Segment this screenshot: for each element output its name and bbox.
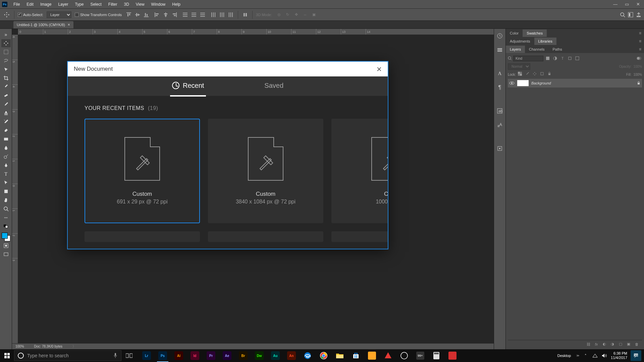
menu-edit[interactable]: Edit (23, 1, 37, 8)
taskbar-app-indesign[interactable]: Id (187, 349, 203, 362)
align-hcenter-icon[interactable] (162, 11, 169, 18)
distribute-right-icon[interactable] (227, 11, 234, 18)
color-swatches[interactable] (2, 233, 10, 241)
stamp-tool[interactable] (1, 109, 11, 117)
auto-select-checkbox[interactable]: Auto-Select: (18, 13, 43, 17)
menu-layer[interactable]: Layer (55, 1, 71, 8)
tab-swatches[interactable]: Swatches (523, 29, 547, 37)
hand-tool[interactable] (1, 196, 11, 204)
ruler-horizontal[interactable]: 01234567891011121314 (18, 29, 494, 35)
zoom-level[interactable]: 100% (15, 345, 24, 348)
distribute-left-icon[interactable] (210, 11, 217, 18)
preset-card[interactable]: Custom 3840 x 1084 px @ 72 ppi (208, 119, 323, 223)
edit-toolbar-icon[interactable]: ••• (1, 214, 11, 222)
layer-group-icon[interactable]: ▢ (618, 342, 623, 347)
filter-adjustment-icon[interactable] (552, 55, 558, 61)
taskbar-app-edge[interactable] (300, 349, 315, 362)
preset-card[interactable] (208, 231, 323, 242)
tray-notifications-icon[interactable]: 20 (631, 350, 641, 361)
tab-adjustments[interactable]: Adjustments (506, 38, 534, 45)
characterstyles-panel-icon[interactable]: aA (495, 121, 504, 129)
properties-panel-icon[interactable] (495, 46, 504, 54)
taskbar-app-audition[interactable]: Au (268, 349, 283, 362)
lock-all-icon[interactable] (547, 72, 553, 77)
link-layers-icon[interactable]: ⛓ (586, 342, 591, 347)
zoom-tool[interactable] (1, 205, 11, 213)
tray-volume-icon[interactable] (601, 353, 607, 359)
adjustment-layer-icon[interactable]: ◑ (610, 342, 615, 347)
taskbar-app-calculator[interactable] (429, 349, 444, 362)
close-dialog-icon[interactable]: × (377, 64, 382, 74)
tray-chevron-icon[interactable]: ˄ (583, 353, 589, 359)
move-tool-icon[interactable] (3, 11, 11, 19)
distribute-top-icon[interactable] (181, 11, 189, 18)
menu-help[interactable]: Help (169, 1, 184, 8)
paragraph-panel-icon[interactable]: ¶ (495, 83, 504, 92)
tab-layers[interactable]: Layers (506, 46, 525, 53)
glyphs-panel-icon[interactable]: ab (495, 107, 504, 115)
dodge-tool[interactable] (1, 153, 11, 161)
lock-position-icon[interactable] (533, 72, 538, 77)
taskbar-app-dreamweaver[interactable]: Dw (252, 349, 267, 362)
layer-thumbnail[interactable] (517, 80, 529, 86)
taskbar-app-generic2[interactable] (380, 349, 396, 362)
filter-search-icon[interactable] (508, 56, 512, 60)
layer-name[interactable]: Background (531, 81, 551, 85)
taskbar-app-aftereffects[interactable]: Ae (219, 349, 235, 362)
taskbar-app-bridge[interactable]: Br (235, 349, 251, 362)
tab-color[interactable]: Color (506, 29, 523, 37)
align-top-icon[interactable] (125, 11, 132, 18)
blur-tool[interactable] (1, 144, 11, 152)
taskbar-app-generic5[interactable] (445, 349, 460, 362)
eraser-tool[interactable] (1, 126, 11, 134)
delete-layer-icon[interactable]: 🗑 (634, 342, 639, 347)
taskbar-app-generic1[interactable] (364, 349, 380, 362)
search-icon[interactable] (620, 12, 625, 17)
lock-artboard-icon[interactable] (540, 72, 545, 77)
shape-tool[interactable] (1, 187, 11, 195)
path-select-tool[interactable] (1, 179, 11, 187)
layer-mask-icon[interactable]: ◐ (602, 342, 607, 347)
distribute-hcenter-icon[interactable] (218, 11, 226, 18)
taskbar-app-generic4[interactable]: 99+ (413, 349, 428, 362)
layer-fx-icon[interactable]: fx (594, 342, 599, 347)
opacity-value[interactable]: 100% (633, 65, 642, 68)
taskbar-app-explorer[interactable] (332, 349, 347, 362)
start-button[interactable] (0, 349, 14, 362)
filter-type-icon[interactable]: T (559, 55, 566, 61)
tab-paths[interactable]: Paths (549, 46, 566, 53)
new-layer-icon[interactable]: ▣ (626, 342, 631, 347)
taskbar-app-chrome[interactable] (316, 349, 331, 362)
taskbar-app-illustrator[interactable]: Ai (171, 349, 186, 362)
tab-recent[interactable]: Recent (172, 82, 204, 91)
close-document-icon[interactable]: × (68, 22, 70, 27)
window-minimize-icon[interactable]: — (611, 1, 620, 7)
healing-tool[interactable] (1, 92, 11, 100)
ruler-vertical[interactable]: 6543210123 (12, 35, 18, 349)
show-transform-checkbox[interactable]: Show Transform Controls (75, 13, 122, 17)
blend-mode-select[interactable]: Normal (508, 63, 530, 70)
menu-image[interactable]: Image (37, 1, 55, 8)
panel-menu-icon[interactable]: ≡ (636, 29, 644, 37)
share-icon[interactable] (636, 12, 641, 17)
auto-select-target-select[interactable]: Layer (47, 11, 71, 18)
align-right-icon[interactable] (171, 11, 178, 18)
window-close-icon[interactable]: ✕ (634, 1, 642, 7)
window-restore-icon[interactable]: ▭ (623, 1, 631, 7)
doc-info[interactable]: Doc: 78.3K/0 bytes (34, 345, 63, 348)
preset-card[interactable] (331, 231, 388, 242)
tab-libraries[interactable]: Libraries (534, 38, 556, 45)
menu-window[interactable]: Window (148, 1, 169, 8)
taskbar-app-lightroom[interactable]: Lr (139, 349, 154, 362)
crop-tool[interactable] (1, 74, 11, 82)
align-bottom-icon[interactable] (143, 11, 150, 18)
quickmask-tool[interactable] (1, 242, 11, 250)
arrange-docs-icon[interactable] (628, 12, 633, 17)
screenmode-tool[interactable] (1, 250, 11, 258)
preset-card[interactable]: Cus 1000 x 780 (331, 119, 388, 223)
menu-type[interactable]: Type (71, 1, 87, 8)
character-panel-icon[interactable]: A (495, 69, 504, 78)
preset-card[interactable] (85, 231, 200, 242)
taskbar-app-store[interactable] (348, 349, 364, 362)
filter-smart-icon[interactable] (574, 55, 580, 61)
